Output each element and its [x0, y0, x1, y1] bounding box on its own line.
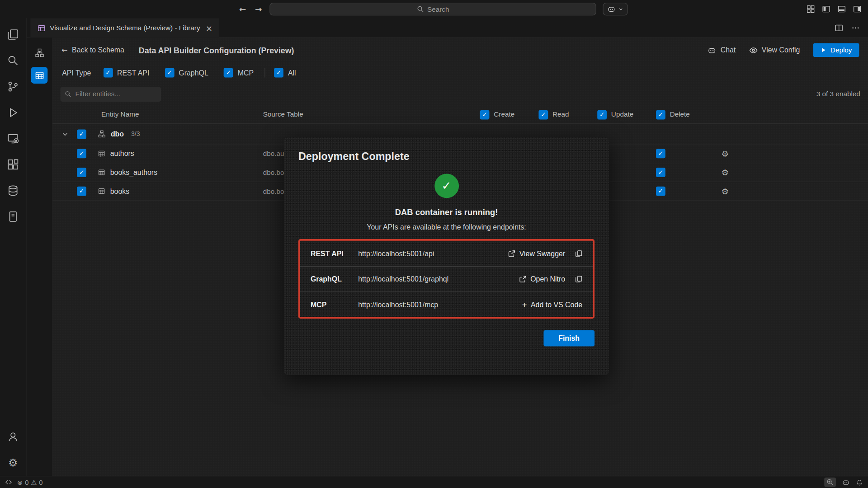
copilot-menu[interactable] [603, 3, 627, 15]
external-link-icon [508, 250, 515, 257]
entities-table-header: Entity Name Source Table ✓ Create ✓ Read… [52, 106, 868, 124]
schema-view-icon[interactable] [29, 43, 49, 62]
row-checkbox[interactable]: ✓ [77, 187, 86, 196]
back-arrow-icon: ← [61, 46, 67, 54]
split-editor-icon[interactable] [835, 23, 843, 32]
api-option-mcp[interactable]: ✓ MCP [224, 68, 254, 77]
open-nitro-link[interactable]: Open Nitro [519, 275, 565, 283]
toggle-sidebar-icon[interactable] [822, 5, 830, 13]
accounts-icon[interactable] [0, 424, 26, 450]
endpoint-row-rest: REST API http://localhost:5001/api View … [300, 241, 593, 266]
run-debug-icon[interactable] [0, 99, 26, 126]
dialog-subtitle: Your APIs are available at the following… [298, 223, 594, 231]
checkbox-graphql[interactable]: ✓ [165, 68, 175, 77]
copilot-status-icon[interactable] [842, 479, 849, 486]
error-icon: ⊗ [17, 479, 23, 486]
zoom-indicator[interactable] [824, 478, 836, 487]
tab-title: Visualize and Design Schema (Preview) - … [50, 24, 200, 32]
play-icon [821, 47, 826, 53]
remote-indicator-icon[interactable] [5, 479, 12, 486]
table-icon [98, 169, 105, 176]
search-icon [417, 5, 424, 13]
chat-button[interactable]: Chat [708, 46, 736, 55]
toggle-panel-icon[interactable] [838, 5, 846, 13]
entity-settings-icon[interactable]: ⚙ [722, 186, 729, 196]
problems-indicator[interactable]: ⊗ 0 ⚠ 0 [17, 479, 43, 486]
delete-checkbox[interactable]: ✓ [656, 149, 665, 158]
checkbox-mcp[interactable]: ✓ [224, 68, 233, 77]
group-checkbox[interactable]: ✓ [77, 129, 86, 139]
nav-forward-icon[interactable]: → [255, 4, 262, 14]
settings-gear-icon[interactable]: ⚙ [0, 450, 26, 476]
filter-entities-box[interactable] [60, 87, 161, 102]
checkbox-all[interactable]: ✓ [274, 68, 283, 77]
delete-checkbox[interactable]: ✓ [656, 187, 665, 196]
eye-icon [749, 46, 758, 55]
notifications-bell-icon[interactable] [856, 479, 863, 486]
view-config-label: View Config [762, 46, 800, 54]
back-label: Back to Schema [72, 46, 124, 54]
add-to-vscode-link[interactable]: + Add to VS Code [522, 300, 582, 310]
copy-icon[interactable] [575, 276, 582, 283]
external-link-icon [519, 276, 527, 283]
search-icon [65, 91, 71, 98]
endpoint-url: http://localhost:5001/graphql [358, 275, 519, 283]
select-all-update-checkbox[interactable]: ✓ [597, 110, 607, 119]
back-to-schema-link[interactable]: ← Back to Schema [61, 46, 124, 54]
warning-count: 0 [39, 479, 42, 486]
database-icon[interactable] [0, 178, 26, 204]
view-swagger-link[interactable]: View Swagger [508, 249, 565, 258]
table-icon [98, 150, 105, 157]
schema-icon [98, 130, 106, 138]
delete-checkbox[interactable]: ✓ [656, 168, 665, 177]
select-all-delete-checkbox[interactable]: ✓ [656, 110, 665, 119]
api-type-label: API Type [62, 68, 91, 76]
api-config-view-icon[interactable] [31, 67, 48, 84]
search-icon[interactable] [0, 47, 26, 74]
api-type-filter-row: API Type ✓ REST API ✓ GraphQL ✓ MCP ✓ Al… [52, 62, 868, 82]
close-icon[interactable]: × [204, 23, 213, 33]
customize-layout-icon[interactable] [807, 5, 815, 13]
enabled-count: 3 of 3 enabled [816, 90, 860, 98]
database-projects-icon[interactable] [0, 204, 26, 230]
designer-toolbar [27, 38, 53, 476]
chat-label: Chat [721, 46, 736, 54]
entity-name: authors [110, 150, 134, 158]
api-option-all[interactable]: ✓ All [274, 68, 296, 77]
more-actions-icon[interactable] [851, 23, 859, 32]
success-check-icon: ✓ [434, 174, 459, 198]
endpoint-row-mcp: MCP http://localhost:5001/mcp + Add to V… [300, 291, 593, 317]
chevron-down-icon [618, 7, 623, 12]
filter-entities-input[interactable] [75, 90, 165, 98]
tab-bar: Visualize and Design Schema (Preview) - … [27, 18, 868, 38]
toggle-secondary-sidebar-icon[interactable] [853, 5, 861, 13]
nav-back-icon[interactable]: ← [239, 4, 246, 14]
schema-designer-icon [38, 24, 45, 32]
explorer-icon[interactable] [0, 22, 26, 48]
select-all-create-checkbox[interactable]: ✓ [480, 110, 490, 119]
deploy-button[interactable]: Deploy [813, 43, 859, 57]
remote-explorer-icon[interactable] [0, 126, 26, 152]
zoom-icon [826, 479, 834, 486]
checkbox-rest-api[interactable]: ✓ [103, 68, 113, 77]
view-config-button[interactable]: View Config [749, 46, 800, 55]
chevron-down-icon[interactable] [52, 130, 77, 137]
deploy-label: Deploy [830, 46, 852, 54]
select-all-read-checkbox[interactable]: ✓ [538, 110, 548, 119]
page-title: Data API Builder Configuration (Preview) [139, 46, 294, 55]
api-option-graphql[interactable]: ✓ GraphQL [165, 68, 208, 77]
extensions-icon[interactable] [0, 152, 26, 178]
tab-visualize-design-schema[interactable]: Visualize and Design Schema (Preview) - … [30, 18, 219, 38]
copy-icon[interactable] [575, 250, 582, 257]
entity-settings-icon[interactable]: ⚙ [722, 149, 729, 159]
source-control-icon[interactable] [0, 74, 26, 100]
command-center-search[interactable]: Search [269, 3, 596, 15]
endpoint-url: http://localhost:5001/mcp [358, 300, 522, 309]
column-delete: ✓ Delete [649, 110, 708, 119]
entity-settings-icon[interactable]: ⚙ [722, 167, 729, 177]
row-checkbox[interactable]: ✓ [77, 168, 86, 177]
row-checkbox[interactable]: ✓ [77, 149, 86, 158]
api-option-rest[interactable]: ✓ REST API [103, 68, 149, 77]
search-placeholder: Search [427, 5, 449, 13]
finish-button[interactable]: Finish [543, 330, 594, 347]
